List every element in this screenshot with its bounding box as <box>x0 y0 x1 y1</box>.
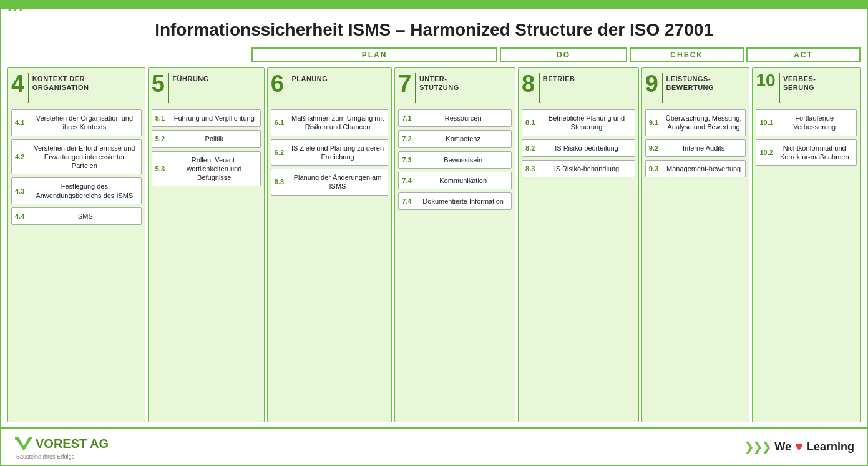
col-9-header: 9 LEISTUNGS-BEWERTUNG <box>645 72 746 104</box>
item-4-1: 4.1 Verstehen der Organisation und ihres… <box>11 109 142 136</box>
header: Informationssicherheit ISMS – Harmonized… <box>1 9 867 45</box>
item-7-2-num: 7.2 <box>402 134 418 143</box>
item-8-1: 8.1 Betriebliche Planung und Steuerung <box>522 109 635 136</box>
item-5-3-text: Rollen, Verant-wortlichkeiten und Befugn… <box>172 156 257 182</box>
col-10-divider <box>779 73 781 103</box>
item-8-2-text: IS Risiko-beurteilung <box>542 144 631 152</box>
item-7-3: 7.3 Bewusstsein <box>398 151 512 169</box>
column-7: 7 UNTER-STÜTZUNG 7.1 Ressourcen 7.2 Komp… <box>394 67 515 422</box>
col-7-title: UNTER-STÜTZUNG <box>419 72 459 92</box>
logo-container: VOREST AG <box>14 434 109 454</box>
col-9-number: 9 <box>645 72 658 96</box>
item-7-4a-num: 7.4 <box>402 176 418 185</box>
item-6-3-text: Planung der Änderungen am ISMS <box>291 173 385 191</box>
item-9-1: 9.1 Überwachung, Messung, Analyse und Be… <box>645 109 746 136</box>
item-4-4-text: ISMS <box>31 212 138 221</box>
col-9-title: LEISTUNGS-BEWERTUNG <box>666 72 714 92</box>
col-10-title: VERBES-SERUNG <box>783 72 816 92</box>
item-6-3: 6.3 Planung der Änderungen am ISMS <box>271 169 389 196</box>
column-5: 5 FÜHRUNG 5.1 Führung und Verpflichtung … <box>148 67 265 422</box>
item-8-3: 8.3 IS Risiko-behandlung <box>522 160 635 177</box>
col-5-divider <box>168 73 170 103</box>
item-4-3-text: Festlegung des Anwendungsbereichs des IS… <box>31 182 138 200</box>
item-4-1-num: 4.1 <box>15 118 31 127</box>
logo-text: VOREST AG <box>36 437 109 451</box>
item-5-2-text: Politik <box>172 134 257 143</box>
phase-act-label: ACT <box>746 47 861 62</box>
col-10-number: 10 <box>756 72 775 89</box>
col-8-divider <box>539 73 540 103</box>
item-9-2: 9.2 Interne Audits <box>645 139 746 157</box>
item-6-1-text: Maßnahmen zum Umgang mit Risiken und Cha… <box>291 114 385 132</box>
item-4-2-text: Verstehen der Erford-ernisse und Erwartu… <box>31 144 138 171</box>
phase-plan-label: PLAN <box>251 47 497 62</box>
page-title: Informationssicherheit ISMS – Harmonized… <box>14 20 854 40</box>
item-7-3-text: Bewusstsein <box>418 156 508 164</box>
item-7-4b-num: 7.4 <box>402 197 418 206</box>
main-container: ❯ ❯ ❯ Informationssicherheit ISMS – Harm… <box>0 0 868 466</box>
col-10-header: 10 VERBES-SERUNG <box>756 72 857 104</box>
top-stripe: ❯ ❯ ❯ <box>1 1 867 9</box>
item-7-1: 7.1 Ressourcen <box>398 109 512 127</box>
item-7-1-text: Ressourcen <box>418 114 508 122</box>
item-9-3-num: 9.3 <box>649 164 665 173</box>
footer: VOREST AG Bausteine Ihres Erfolgs ❯ ❯ ❯ … <box>1 427 867 465</box>
item-10-1: 10.1 Fortlaufende Verbesserung <box>756 109 857 136</box>
item-9-1-text: Überwachung, Messung, Analyse und Bewert… <box>665 114 743 132</box>
item-4-4: 4.4 ISMS <box>11 207 142 225</box>
col-7-divider <box>415 73 416 103</box>
col-8-number: 8 <box>522 72 535 96</box>
item-5-1-num: 5.1 <box>155 114 172 122</box>
vorest-logo-icon <box>14 434 34 454</box>
item-5-2-num: 5.2 <box>155 134 172 143</box>
item-5-1-text: Führung und Verpflichtung <box>172 114 257 122</box>
item-4-3-num: 4.3 <box>15 187 31 196</box>
item-9-1-num: 9.1 <box>649 118 665 127</box>
item-5-3-num: 5.3 <box>155 164 172 173</box>
item-7-4b: 7.4 Dokumentierte Information <box>398 192 512 210</box>
item-8-2-num: 8.2 <box>525 144 542 152</box>
item-6-2: 6.2 IS Ziele und Planung zu deren Erreic… <box>271 139 389 166</box>
item-10-2: 10.2 Nichtkonformität und Korrektur-maßn… <box>756 139 857 166</box>
item-5-3: 5.3 Rollen, Verant-wortlichkeiten und Be… <box>152 151 261 187</box>
column-4: 4 KONTEXT DERORGANISATION 4.1 Verstehen … <box>7 67 145 422</box>
item-7-4a-text: Kommunikation <box>418 176 508 185</box>
column-10: 10 VERBES-SERUNG 10.1 Fortlaufende Verbe… <box>752 67 861 422</box>
logo-tagline: Bausteine Ihres Erfolgs <box>16 454 74 460</box>
col-7-number: 7 <box>398 72 411 96</box>
column-6: 6 PLANUNG 6.1 Maßnahmen zum Umgang mit R… <box>267 67 393 422</box>
content-area: 4 KONTEXT DERORGANISATION 4.1 Verstehen … <box>1 62 867 427</box>
footer-logo: VOREST AG Bausteine Ihres Erfolgs <box>14 434 109 460</box>
col-4-title: KONTEXT DERORGANISATION <box>32 72 89 92</box>
item-4-2: 4.2 Verstehen der Erford-ernisse und Erw… <box>11 139 142 175</box>
footer-right-text: We ♥ Learning <box>774 439 854 455</box>
col-4-divider <box>28 73 29 103</box>
phase-do-label: DO <box>500 47 627 62</box>
item-6-3-num: 6.3 <box>275 177 291 186</box>
footer-chevron-3: ❯ <box>761 439 772 454</box>
item-8-1-num: 8.1 <box>525 118 542 127</box>
heart-icon: ♥ <box>795 439 803 455</box>
phase-banner-row: PLAN DO CHECK ACT <box>1 45 867 62</box>
col-4-number: 4 <box>11 72 24 96</box>
item-5-2: 5.2 Politik <box>152 130 261 147</box>
item-9-3: 9.3 Management-bewertung <box>645 160 746 177</box>
column-8: 8 BETRIEB 8.1 Betriebliche Planung und S… <box>518 67 639 422</box>
item-6-2-num: 6.2 <box>275 148 291 157</box>
col-7-header: 7 UNTER-STÜTZUNG <box>398 72 512 104</box>
col-5-header: 5 FÜHRUNG <box>152 72 261 104</box>
column-9: 9 LEISTUNGS-BEWERTUNG 9.1 Überwachung, M… <box>641 67 750 422</box>
col-8-header: 8 BETRIEB <box>522 72 635 104</box>
svg-point-1 <box>15 437 19 440</box>
phase-empty <box>7 47 249 62</box>
footer-right-group: ❯ ❯ ❯ We ♥ Learning <box>744 439 854 455</box>
item-4-1-text: Verstehen der Organisation und ihres Kon… <box>31 114 138 132</box>
item-5-1: 5.1 Führung und Verpflichtung <box>152 109 261 127</box>
item-7-2-text: Kompetenz <box>418 134 508 143</box>
footer-chevrons: ❯ ❯ ❯ <box>744 439 772 454</box>
col-6-number: 6 <box>271 72 284 96</box>
phase-check-label: CHECK <box>630 47 744 62</box>
col-5-title: FÜHRUNG <box>172 72 209 83</box>
item-10-2-num: 10.2 <box>759 148 776 157</box>
item-10-2-text: Nichtkonformität und Korrektur-maßnahmen <box>776 144 853 162</box>
